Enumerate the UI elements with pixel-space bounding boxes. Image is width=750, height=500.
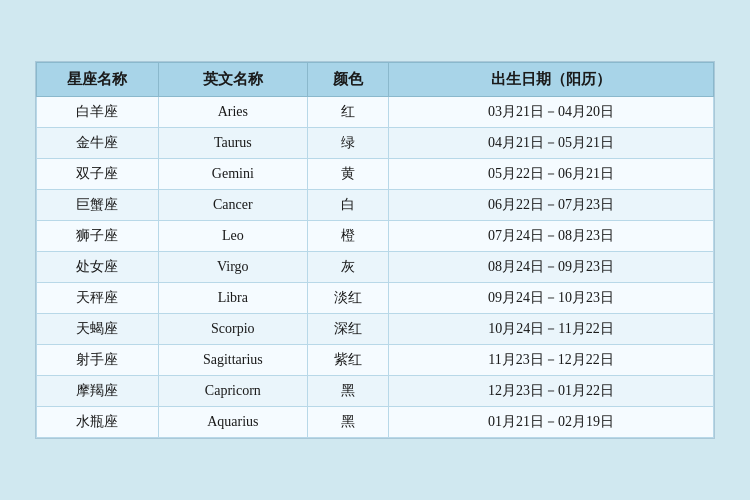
- cell-chinese: 射手座: [37, 345, 159, 376]
- table-row: 双子座Gemini黄05月22日－06月21日: [37, 159, 714, 190]
- cell-chinese: 金牛座: [37, 128, 159, 159]
- cell-color: 红: [307, 97, 388, 128]
- zodiac-table: 星座名称 英文名称 颜色 出生日期（阳历） 白羊座Aries红03月21日－04…: [36, 62, 714, 438]
- table-row: 金牛座Taurus绿04月21日－05月21日: [37, 128, 714, 159]
- table-row: 处女座Virgo灰08月24日－09月23日: [37, 252, 714, 283]
- header-color: 颜色: [307, 63, 388, 97]
- cell-color: 白: [307, 190, 388, 221]
- table-row: 天蝎座Scorpio深红10月24日－11月22日: [37, 314, 714, 345]
- cell-date: 04月21日－05月21日: [389, 128, 714, 159]
- cell-english: Libra: [158, 283, 307, 314]
- table-row: 天秤座Libra淡红09月24日－10月23日: [37, 283, 714, 314]
- table-row: 白羊座Aries红03月21日－04月20日: [37, 97, 714, 128]
- table-row: 摩羯座Capricorn黑12月23日－01月22日: [37, 376, 714, 407]
- cell-chinese: 处女座: [37, 252, 159, 283]
- cell-english: Virgo: [158, 252, 307, 283]
- cell-english: Capricorn: [158, 376, 307, 407]
- cell-chinese: 狮子座: [37, 221, 159, 252]
- cell-date: 11月23日－12月22日: [389, 345, 714, 376]
- cell-english: Gemini: [158, 159, 307, 190]
- cell-color: 绿: [307, 128, 388, 159]
- cell-date: 09月24日－10月23日: [389, 283, 714, 314]
- cell-date: 08月24日－09月23日: [389, 252, 714, 283]
- table-row: 狮子座Leo橙07月24日－08月23日: [37, 221, 714, 252]
- header-date: 出生日期（阳历）: [389, 63, 714, 97]
- cell-english: Cancer: [158, 190, 307, 221]
- zodiac-table-container: 星座名称 英文名称 颜色 出生日期（阳历） 白羊座Aries红03月21日－04…: [35, 61, 715, 439]
- cell-chinese: 巨蟹座: [37, 190, 159, 221]
- table-header-row: 星座名称 英文名称 颜色 出生日期（阳历）: [37, 63, 714, 97]
- cell-english: Aries: [158, 97, 307, 128]
- cell-color: 黄: [307, 159, 388, 190]
- cell-english: Leo: [158, 221, 307, 252]
- cell-color: 黑: [307, 376, 388, 407]
- header-english: 英文名称: [158, 63, 307, 97]
- cell-chinese: 天蝎座: [37, 314, 159, 345]
- cell-english: Taurus: [158, 128, 307, 159]
- cell-chinese: 白羊座: [37, 97, 159, 128]
- cell-english: Scorpio: [158, 314, 307, 345]
- cell-date: 07月24日－08月23日: [389, 221, 714, 252]
- table-row: 射手座Sagittarius紫红11月23日－12月22日: [37, 345, 714, 376]
- cell-color: 橙: [307, 221, 388, 252]
- cell-color: 灰: [307, 252, 388, 283]
- cell-date: 10月24日－11月22日: [389, 314, 714, 345]
- cell-chinese: 天秤座: [37, 283, 159, 314]
- cell-color: 黑: [307, 407, 388, 438]
- cell-date: 12月23日－01月22日: [389, 376, 714, 407]
- cell-date: 06月22日－07月23日: [389, 190, 714, 221]
- table-row: 巨蟹座Cancer白06月22日－07月23日: [37, 190, 714, 221]
- header-chinese: 星座名称: [37, 63, 159, 97]
- cell-color: 淡红: [307, 283, 388, 314]
- cell-english: Sagittarius: [158, 345, 307, 376]
- cell-chinese: 双子座: [37, 159, 159, 190]
- cell-chinese: 水瓶座: [37, 407, 159, 438]
- cell-date: 03月21日－04月20日: [389, 97, 714, 128]
- cell-chinese: 摩羯座: [37, 376, 159, 407]
- cell-color: 紫红: [307, 345, 388, 376]
- table-row: 水瓶座Aquarius黑01月21日－02月19日: [37, 407, 714, 438]
- cell-color: 深红: [307, 314, 388, 345]
- cell-date: 01月21日－02月19日: [389, 407, 714, 438]
- cell-date: 05月22日－06月21日: [389, 159, 714, 190]
- cell-english: Aquarius: [158, 407, 307, 438]
